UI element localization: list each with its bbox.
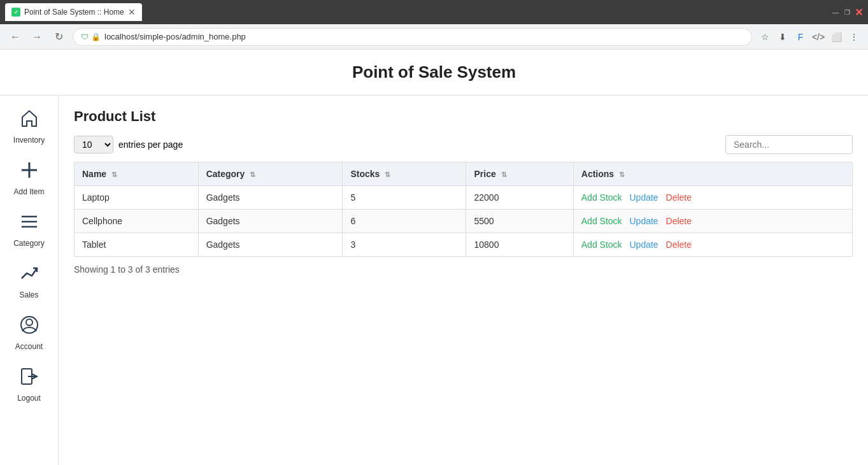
page-title: Point of Sale System	[13, 62, 855, 82]
col-header-name[interactable]: Name ⇅	[75, 162, 199, 186]
delete-link[interactable]: Delete	[666, 240, 692, 250]
product-table: Name ⇅ Category ⇅ Stocks ⇅ Price ⇅	[74, 162, 853, 257]
lock-icon: 🔒	[91, 32, 101, 41]
update-link[interactable]: Update	[630, 240, 658, 250]
tab-close-button[interactable]: ✕	[128, 7, 136, 17]
sidebar-label-add-item: Add Item	[13, 187, 44, 196]
sidebar-item-category[interactable]: Category	[0, 205, 58, 254]
app-layout: Inventory Add Item Category	[0, 96, 868, 465]
search-input[interactable]	[725, 135, 853, 154]
entries-per-page-select[interactable]: 10 25 50 100	[74, 136, 113, 154]
update-link[interactable]: Update	[630, 216, 658, 226]
sidebar-label-category: Category	[13, 239, 45, 248]
address-bar: ← → ↻ 🛡 🔒 localhost/simple-pos/admin_hom…	[0, 24, 868, 50]
sort-stocks-icon: ⇅	[385, 171, 390, 178]
sidebar-label-sales: Sales	[19, 290, 38, 299]
col-header-stocks[interactable]: Stocks ⇅	[343, 162, 466, 186]
extension-icon[interactable]: F	[794, 31, 807, 43]
screenshot-icon[interactable]: ⬜	[830, 31, 843, 43]
url-bar[interactable]: 🛡 🔒 localhost/simple-pos/admin_home.php	[73, 28, 752, 46]
close-window-button[interactable]: ✕	[854, 8, 863, 17]
maximize-button[interactable]: ❐	[843, 8, 851, 17]
sort-price-icon: ⇅	[501, 171, 507, 178]
update-link[interactable]: Update	[630, 192, 658, 203]
refresh-button[interactable]: ↻	[51, 29, 66, 45]
list-icon	[19, 211, 39, 236]
shield-icon: 🛡	[81, 32, 89, 41]
cell-name: Laptop	[75, 186, 199, 210]
devtools-icon[interactable]: </>	[812, 31, 825, 43]
sort-name-icon: ⇅	[111, 171, 117, 178]
col-header-price[interactable]: Price ⇅	[466, 162, 573, 186]
sidebar-label-inventory: Inventory	[13, 136, 45, 145]
download-icon[interactable]: ⬇	[776, 31, 789, 43]
forward-button[interactable]: →	[29, 29, 45, 45]
add-stock-link[interactable]: Add Stock	[581, 240, 622, 250]
sort-category-icon: ⇅	[250, 171, 255, 178]
plus-icon	[19, 160, 39, 185]
window-controls: — ❐ ✕	[831, 8, 863, 17]
browser-chrome: ✓ Point of Sale System :: Home ✕ — ❐ ✕	[0, 0, 868, 24]
cell-stocks: 5	[343, 186, 466, 210]
table-row: Cellphone Gadgets 6 5500 Add Stock Updat…	[75, 210, 853, 233]
cell-actions: Add Stock Update Delete	[573, 233, 852, 257]
logout-icon	[19, 366, 39, 391]
minimize-button[interactable]: —	[831, 8, 840, 17]
browser-actions: ☆ ⬇ F </> ⬜ ⋮	[758, 31, 860, 43]
sidebar-item-logout[interactable]: Logout	[0, 360, 58, 409]
col-header-actions: Actions ⇅	[573, 162, 852, 186]
sidebar-label-logout: Logout	[17, 394, 41, 403]
sidebar-item-inventory[interactable]: Inventory	[0, 102, 58, 151]
table-row: Tablet Gadgets 3 10800 Add Stock Update …	[75, 233, 853, 257]
col-header-category[interactable]: Category ⇅	[198, 162, 343, 186]
cell-price: 10800	[466, 233, 573, 257]
cell-actions: Add Stock Update Delete	[573, 210, 852, 233]
table-row: Laptop Gadgets 5 22000 Add Stock Update …	[75, 186, 853, 210]
sidebar-item-add-item[interactable]: Add Item	[0, 154, 58, 203]
cell-name: Tablet	[75, 233, 199, 257]
table-controls: 10 25 50 100 entries per page	[74, 135, 853, 154]
cell-stocks: 3	[343, 233, 466, 257]
section-title: Product List	[74, 108, 853, 125]
sort-actions-icon: ⇅	[619, 171, 625, 178]
sidebar: Inventory Add Item Category	[0, 96, 59, 465]
cell-category: Gadgets	[198, 210, 343, 233]
browser-tab[interactable]: ✓ Point of Sale System :: Home ✕	[5, 3, 142, 21]
cell-actions: Add Stock Update Delete	[573, 186, 852, 210]
main-content: Product List 10 25 50 100 entries per pa…	[59, 96, 868, 465]
add-stock-link[interactable]: Add Stock	[581, 216, 622, 226]
trending-up-icon	[19, 263, 39, 288]
cell-price: 5500	[466, 210, 573, 233]
sidebar-item-account[interactable]: Account	[0, 308, 58, 357]
entries-label: entries per page	[118, 140, 183, 150]
back-button[interactable]: ←	[8, 29, 23, 45]
table-body: Laptop Gadgets 5 22000 Add Stock Update …	[75, 186, 853, 257]
table-header-row: Name ⇅ Category ⇅ Stocks ⇅ Price ⇅	[75, 162, 853, 186]
add-stock-link[interactable]: Add Stock	[581, 192, 622, 203]
entries-selector: 10 25 50 100 entries per page	[74, 136, 183, 154]
delete-link[interactable]: Delete	[666, 192, 692, 203]
home-icon	[19, 108, 39, 133]
person-circle-icon	[19, 315, 39, 340]
tab-favicon: ✓	[11, 8, 20, 17]
svg-point-6	[26, 319, 32, 326]
entries-info: Showing 1 to 3 of 3 entries	[74, 264, 853, 275]
page-header: Point of Sale System	[0, 50, 868, 96]
cell-category: Gadgets	[198, 233, 343, 257]
cell-price: 22000	[466, 186, 573, 210]
sidebar-item-sales[interactable]: Sales	[0, 257, 58, 306]
sidebar-label-account: Account	[15, 342, 43, 351]
bookmark-icon[interactable]: ☆	[758, 31, 771, 43]
menu-icon[interactable]: ⋮	[848, 31, 860, 43]
cell-name: Cellphone	[75, 210, 199, 233]
delete-link[interactable]: Delete	[666, 216, 692, 226]
cell-category: Gadgets	[198, 186, 343, 210]
url-text: localhost/simple-pos/admin_home.php	[104, 32, 246, 41]
cell-stocks: 6	[343, 210, 466, 233]
tab-title: Point of Sale System :: Home	[24, 8, 124, 17]
